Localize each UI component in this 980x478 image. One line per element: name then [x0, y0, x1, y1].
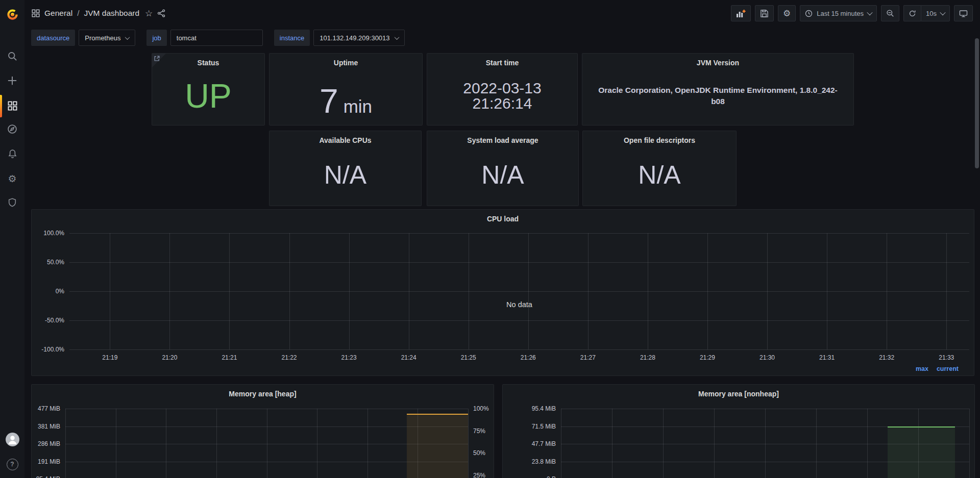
- gridline: [867, 409, 868, 478]
- sidebar: ⚙ ?: [0, 0, 24, 478]
- add-panel-button[interactable]: [731, 5, 751, 21]
- variable-datasource: datasource Prometheus: [31, 30, 135, 46]
- gridline: [69, 320, 969, 321]
- gridline: [946, 233, 947, 349]
- search-icon[interactable]: [0, 47, 24, 65]
- gridline: [317, 409, 317, 478]
- panel-open-fd: Open file descriptors N/A: [582, 131, 737, 206]
- variable-input-job[interactable]: tomcat: [170, 30, 263, 46]
- template-variables: datasource Prometheus job tomcat instanc…: [31, 30, 405, 46]
- gridline: [368, 409, 368, 478]
- plot-area[interactable]: [65, 409, 468, 478]
- variable-value-datasource[interactable]: Prometheus: [79, 30, 135, 46]
- user-avatar[interactable]: [0, 430, 24, 448]
- x-axis-label: 21:20: [162, 354, 177, 361]
- stat-value-system-load: N/A: [481, 162, 524, 188]
- plot-area[interactable]: [561, 409, 969, 478]
- panel-uptime: Uptime 7 min: [269, 53, 423, 125]
- refresh-interval-select[interactable]: 10s: [921, 5, 950, 21]
- panel-cpu-load: CPU load No data100.0%50.0%0%-50.0%-100.…: [31, 209, 974, 376]
- gridline: [116, 409, 116, 478]
- y-axis-label: 71.5 MiB: [503, 422, 556, 431]
- breadcrumb: General / JVM dashboard ☆: [32, 8, 165, 19]
- variable-label-instance[interactable]: instance: [274, 30, 310, 46]
- admin-shield-icon[interactable]: [0, 193, 24, 212]
- alerting-bell-icon[interactable]: [0, 144, 24, 163]
- gridline: [887, 233, 887, 349]
- x-axis-label: 21:29: [700, 354, 715, 361]
- breadcrumb-dashboard-title[interactable]: JVM dashboard: [84, 9, 139, 18]
- gridline: [110, 233, 110, 349]
- x-axis-label: 21:33: [939, 354, 954, 361]
- gridline: [588, 233, 589, 349]
- plot-area[interactable]: No data: [69, 233, 969, 349]
- gridline: [166, 409, 166, 478]
- gridline: [469, 233, 469, 349]
- panel-link-icon[interactable]: [152, 54, 166, 67]
- stat-value-available-cpus: N/A: [324, 162, 366, 188]
- zoom-out-time-button[interactable]: [881, 5, 899, 21]
- x-axis-label: 21:27: [580, 354, 596, 361]
- legend-item-current[interactable]: current: [937, 365, 959, 372]
- gridline: [409, 233, 409, 349]
- y-axis-label: 0 B: [503, 475, 556, 478]
- gridline: [765, 409, 766, 478]
- dashboards-icon[interactable]: [0, 96, 24, 115]
- legend-item-max[interactable]: max: [916, 365, 928, 372]
- x-axis-label: 21:22: [282, 354, 297, 361]
- stat-unit-uptime: min: [344, 97, 372, 115]
- refresh-control: 10s: [903, 5, 950, 21]
- x-axis-label: 21:32: [879, 354, 894, 361]
- dashboard-grid-icon[interactable]: [32, 9, 40, 17]
- panel-memory-heap: Memory area [heap] 477 MiB381 MiB286 MiB…: [31, 384, 494, 478]
- refresh-button[interactable]: [903, 5, 921, 21]
- y-axis-label: 95.4 MiB: [32, 475, 60, 478]
- breadcrumb-folder[interactable]: General: [44, 9, 72, 18]
- explore-compass-icon[interactable]: [0, 120, 24, 138]
- panel-available-cpus: Available CPUs N/A: [269, 131, 422, 206]
- series-nonheap-used: [888, 426, 955, 478]
- breadcrumb-separator: /: [77, 9, 79, 18]
- y-axis-label: 95.4 MiB: [503, 405, 556, 413]
- y-axis-label: 50.0%: [32, 258, 64, 266]
- grafana-logo-icon[interactable]: [0, 5, 24, 23]
- gridline: [561, 409, 561, 478]
- gridline: [648, 233, 648, 349]
- share-icon[interactable]: [157, 9, 165, 17]
- variable-label-job[interactable]: job: [146, 30, 166, 46]
- y-axis-label: 381 MiB: [32, 422, 60, 431]
- gridline: [714, 409, 715, 478]
- x-axis-label: 21:28: [640, 354, 655, 361]
- chevron-down-icon: [125, 35, 130, 40]
- y-axis-label: 47.7 MiB: [503, 440, 556, 448]
- x-axis-label: 21:21: [222, 354, 237, 361]
- variable-label-datasource[interactable]: datasource: [31, 30, 75, 46]
- y-axis-label: 100.0%: [32, 229, 64, 237]
- tv-kiosk-mode-button[interactable]: [954, 5, 973, 21]
- stat-value-uptime: 7: [320, 84, 338, 118]
- gridline: [69, 233, 969, 234]
- stat-value-open-fd: N/A: [638, 162, 680, 188]
- gridline: [663, 409, 664, 478]
- top-navbar: General / JVM dashboard ☆: [24, 0, 980, 27]
- save-dashboard-button[interactable]: [755, 5, 774, 21]
- time-range-picker[interactable]: Last 15 minutes: [800, 5, 877, 21]
- dashboard-settings-button[interactable]: ⚙: [778, 5, 796, 21]
- variable-instance: instance 101.132.149.209:30013: [274, 30, 405, 46]
- scrollbar-thumb[interactable]: [975, 38, 979, 168]
- chevron-down-icon: [940, 10, 945, 15]
- y-axis-label: 23.8 MiB: [503, 458, 556, 466]
- help-icon[interactable]: ?: [0, 455, 24, 473]
- gridline: [229, 233, 230, 349]
- stat-start-date: 2022-03-13: [463, 81, 541, 96]
- star-icon[interactable]: ☆: [145, 8, 153, 19]
- configuration-gear-icon[interactable]: ⚙: [0, 169, 24, 188]
- panel-title[interactable]: Memory area [nonheap]: [503, 385, 974, 401]
- chevron-down-icon: [394, 35, 399, 40]
- avatar: [6, 433, 19, 446]
- panel-title[interactable]: CPU load: [32, 210, 974, 226]
- panel-title[interactable]: Memory area [heap]: [32, 385, 494, 401]
- panel-status: Status UP: [152, 53, 265, 125]
- variable-value-instance[interactable]: 101.132.149.209:30013: [313, 30, 404, 46]
- create-plus-icon[interactable]: [0, 71, 24, 90]
